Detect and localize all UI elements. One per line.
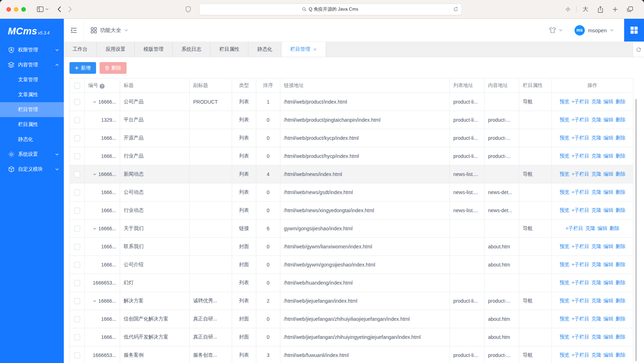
tab-category-attributes[interactable]: 栏目属性 xyxy=(211,42,248,57)
action-edit[interactable]: 编辑 xyxy=(604,135,614,141)
row-checkbox[interactable] xyxy=(74,189,80,196)
action-edit[interactable]: 编辑 xyxy=(604,280,614,285)
row-checkbox[interactable] xyxy=(74,226,80,232)
menu-fold-icon[interactable] xyxy=(64,19,84,42)
action-delete[interactable]: 删除 xyxy=(616,117,626,122)
row-checkbox[interactable] xyxy=(74,99,80,105)
sidebar-item-article-management[interactable]: 文章管理 xyxy=(0,72,64,87)
minimize-window-button[interactable] xyxy=(14,7,18,12)
action-add-subcategory[interactable]: +子栏目 xyxy=(571,153,589,159)
row-checkbox[interactable] xyxy=(74,135,80,141)
action-preview[interactable]: 预览 xyxy=(559,171,569,177)
action-add-subcategory[interactable]: +子栏目 xyxy=(571,189,589,195)
row-checkbox[interactable] xyxy=(74,298,80,304)
action-preview[interactable]: 预览 xyxy=(559,334,569,340)
close-window-button[interactable] xyxy=(6,7,11,12)
row-checkbox[interactable] xyxy=(74,352,80,358)
action-add-subcategory[interactable]: +子栏目 xyxy=(571,280,589,285)
action-clone[interactable]: 克隆 xyxy=(592,153,601,159)
refresh-tab-button[interactable] xyxy=(633,42,644,57)
action-delete[interactable]: 删除 xyxy=(616,171,626,177)
action-edit[interactable]: 编辑 xyxy=(604,262,614,267)
privacy-shield-icon[interactable] xyxy=(185,6,191,12)
font-larger-icon[interactable]: 大 xyxy=(583,6,588,13)
action-edit[interactable]: 编辑 xyxy=(604,99,614,104)
action-add-subcategory[interactable]: +子栏目 xyxy=(571,207,589,213)
sidebar-item-category-management[interactable]: 栏目管理 xyxy=(0,102,64,117)
action-clone[interactable]: 克隆 xyxy=(592,117,601,122)
expand-caret-icon[interactable] xyxy=(93,100,97,104)
action-add-subcategory[interactable]: +子栏目 xyxy=(571,117,589,122)
tab-template-management[interactable]: 模版管理 xyxy=(135,42,173,57)
action-clone[interactable]: 克隆 xyxy=(592,298,601,303)
help-icon[interactable]: ? xyxy=(100,84,105,89)
font-smaller-icon[interactable]: 小 xyxy=(566,6,570,12)
address-bar[interactable]: Q 免疫开源的 Java Cms xyxy=(199,4,462,15)
sidebar-item-staticize[interactable]: 静态化 xyxy=(0,132,64,147)
action-clone[interactable]: 克隆 xyxy=(592,262,601,267)
action-clone[interactable]: 克隆 xyxy=(592,99,601,104)
action-delete[interactable]: 删除 xyxy=(616,298,626,303)
action-clone[interactable]: 克隆 xyxy=(592,243,601,249)
action-add-subcategory[interactable]: +子栏目 xyxy=(571,352,589,358)
tab-staticize[interactable]: 静态化 xyxy=(248,42,281,57)
share-icon[interactable] xyxy=(598,6,603,13)
add-button[interactable]: 新增 xyxy=(69,62,96,74)
action-preview[interactable]: 预览 xyxy=(559,352,569,358)
action-edit[interactable]: 编辑 xyxy=(604,207,614,213)
tab-overview-icon[interactable] xyxy=(627,6,633,12)
select-all-checkbox[interactable] xyxy=(74,83,80,89)
tab-category-management[interactable]: 栏目管理✕ xyxy=(281,42,326,57)
action-clone[interactable]: 克隆 xyxy=(592,334,601,340)
action-preview[interactable]: 预览 xyxy=(559,135,569,141)
action-edit[interactable]: 编辑 xyxy=(604,298,614,303)
action-edit[interactable]: 编辑 xyxy=(604,117,614,122)
action-add-subcategory[interactable]: +子栏目 xyxy=(571,316,589,321)
row-checkbox[interactable] xyxy=(74,280,80,286)
expand-caret-icon[interactable] xyxy=(93,226,97,231)
sidebar-item-article-attributes[interactable]: 文章属性 xyxy=(0,87,64,102)
action-preview[interactable]: 预览 xyxy=(559,99,569,104)
action-clone[interactable]: 克隆 xyxy=(592,135,601,141)
theme-trigger[interactable] xyxy=(549,27,562,33)
sidebar-item-category-attributes[interactable]: 栏目属性 xyxy=(0,117,64,132)
action-edit[interactable]: 编辑 xyxy=(604,352,614,358)
action-delete[interactable]: 删除 xyxy=(616,316,626,321)
new-tab-icon[interactable] xyxy=(612,7,618,12)
action-preview[interactable]: 预览 xyxy=(559,280,569,285)
action-preview[interactable]: 预览 xyxy=(559,262,569,267)
action-add-subcategory[interactable]: +子栏目 xyxy=(571,243,589,249)
action-edit[interactable]: 编辑 xyxy=(604,189,614,195)
action-preview[interactable]: 预览 xyxy=(559,243,569,249)
action-clone[interactable]: 克隆 xyxy=(592,171,601,177)
row-checkbox[interactable] xyxy=(74,171,80,177)
zoom-window-button[interactable] xyxy=(21,7,26,12)
sidebar-item-custom-modules[interactable]: 自定义模块 xyxy=(0,162,64,177)
row-checkbox[interactable] xyxy=(74,208,80,214)
action-preview[interactable]: 预览 xyxy=(559,117,569,122)
sidebar-item-content[interactable]: 内容管理 xyxy=(0,57,64,72)
action-add-subcategory[interactable]: +子栏目 xyxy=(571,262,589,267)
row-checkbox[interactable] xyxy=(74,262,80,268)
action-add-subcategory[interactable]: +子栏目 xyxy=(571,171,589,177)
action-add-subcategory[interactable]: +子栏目 xyxy=(571,135,589,141)
action-preview[interactable]: 预览 xyxy=(559,316,569,321)
action-add-subcategory[interactable]: +子栏目 xyxy=(571,298,589,303)
sidebar-item-system-settings[interactable]: 系统设置 xyxy=(0,147,64,162)
action-edit[interactable]: 编辑 xyxy=(604,334,614,340)
action-preview[interactable]: 预览 xyxy=(559,298,569,303)
action-delete[interactable]: 删除 xyxy=(616,153,626,159)
action-preview[interactable]: 预览 xyxy=(559,153,569,159)
action-delete[interactable]: 删除 xyxy=(616,135,626,141)
action-edit[interactable]: 编辑 xyxy=(604,153,614,159)
row-checkbox[interactable] xyxy=(74,244,80,250)
action-delete[interactable]: 删除 xyxy=(616,243,626,249)
tab-close-icon[interactable]: ✕ xyxy=(313,47,317,52)
action-clone[interactable]: 克隆 xyxy=(592,189,601,195)
feature-menu-trigger[interactable]: 功能大全 xyxy=(84,19,135,42)
action-delete[interactable]: 删除 xyxy=(616,207,626,213)
action-add-subcategory[interactable]: +子栏目 xyxy=(565,225,583,231)
row-checkbox[interactable] xyxy=(74,316,80,322)
action-delete[interactable]: 删除 xyxy=(616,99,626,104)
action-preview[interactable]: 预览 xyxy=(559,189,569,195)
